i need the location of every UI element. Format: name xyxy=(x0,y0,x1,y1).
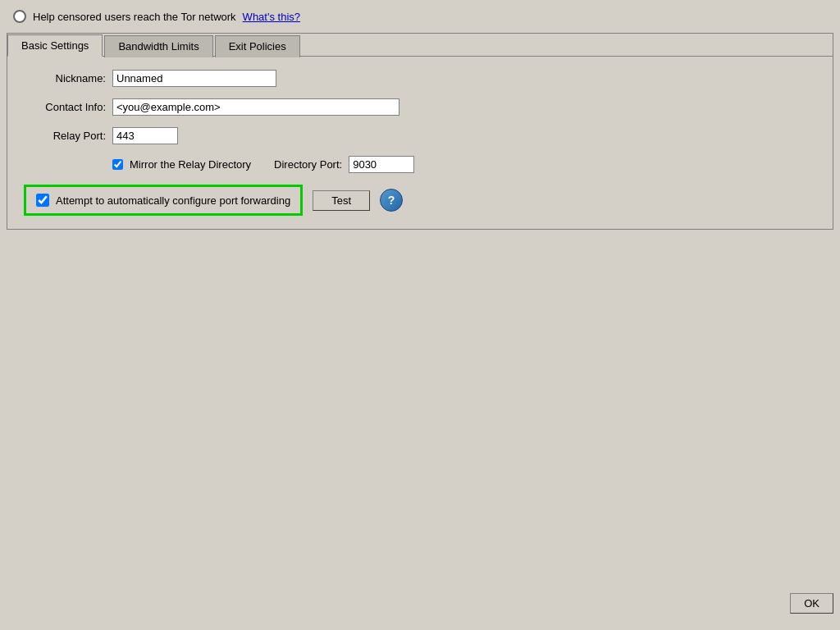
mirror-relay-checkbox[interactable] xyxy=(112,159,123,170)
tab-bandwidth-limits[interactable]: Bandwidth Limits xyxy=(104,35,212,57)
main-container: Help censored users reach the Tor networ… xyxy=(0,0,840,630)
port-forwarding-wrapper: Attempt to automatically configure port … xyxy=(24,185,303,216)
relay-port-input[interactable] xyxy=(112,127,178,144)
tab-basic-settings[interactable]: Basic Settings xyxy=(7,34,103,57)
port-forwarding-label: Attempt to automatically configure port … xyxy=(56,194,290,207)
nickname-row: Nickname: xyxy=(24,70,816,87)
mirror-relay-row: Mirror the Relay Directory Directory Por… xyxy=(24,156,816,173)
port-forwarding-section: Attempt to automatically configure port … xyxy=(24,185,816,216)
contact-input[interactable] xyxy=(112,98,399,116)
tor-network-radio[interactable] xyxy=(13,10,26,23)
tor-network-label: Help censored users reach the Tor networ… xyxy=(33,11,236,23)
mirror-relay-label: Mirror the Relay Directory xyxy=(130,158,251,171)
tab-panel: Basic Settings Bandwidth Limits Exit Pol… xyxy=(7,33,833,230)
tab-content: Nickname: Contact Info: Relay Port: Mirr… xyxy=(7,57,833,229)
tab-bar: Basic Settings Bandwidth Limits Exit Pol… xyxy=(7,34,833,57)
directory-port-input[interactable] xyxy=(349,156,414,173)
test-button[interactable]: Test xyxy=(313,190,370,211)
contact-label: Contact Info: xyxy=(24,101,106,113)
relay-port-label: Relay Port: xyxy=(24,130,106,142)
ok-button[interactable]: OK xyxy=(790,593,833,614)
directory-port-label: Directory Port: xyxy=(274,158,342,171)
nickname-input[interactable] xyxy=(112,70,276,87)
dir-port-row: Mirror the Relay Directory Directory Por… xyxy=(112,156,414,173)
whats-this-link[interactable]: What's this? xyxy=(243,11,300,23)
nickname-label: Nickname: xyxy=(24,72,106,84)
help-button[interactable]: ? xyxy=(380,189,403,212)
tab-exit-policies[interactable]: Exit Policies xyxy=(215,35,300,57)
top-row: Help censored users reach the Tor networ… xyxy=(0,0,840,33)
relay-port-row: Relay Port: xyxy=(24,127,816,144)
port-forwarding-checkbox[interactable] xyxy=(36,194,49,207)
contact-row: Contact Info: xyxy=(24,98,816,116)
